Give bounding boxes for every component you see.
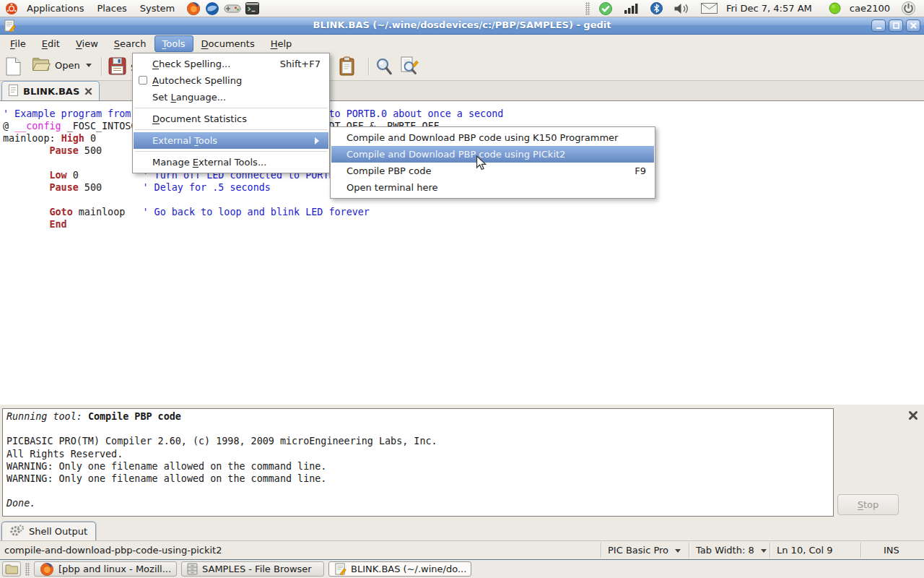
submenu-item-open-terminal-here[interactable]: Open terminal here [331, 179, 654, 196]
panel-menus: ApplicationsPlacesSystem [20, 1, 181, 15]
terminal-icon[interactable] [245, 2, 259, 14]
shell-output-view[interactable]: Running tool: Compile PBP codePICBASIC P… [2, 408, 834, 517]
menu-item-label: Set Language... [152, 92, 226, 103]
close-button[interactable] [906, 20, 920, 32]
tab-close-icon[interactable] [84, 87, 92, 95]
menu-separator [135, 108, 327, 108]
presence-available-icon[interactable] [598, 1, 613, 16]
close-pane-icon[interactable] [908, 410, 918, 423]
panel-menu-applications[interactable]: Applications [20, 1, 90, 15]
output-line [6, 485, 829, 497]
bottom-pane: Running tool: Compile PBP codePICBASIC P… [0, 405, 924, 540]
firefox-icon [40, 562, 54, 577]
mail-icon[interactable] [701, 3, 718, 14]
menubar-item-search[interactable]: Search [106, 35, 154, 52]
menu-separator [135, 151, 327, 152]
menu-item-autocheck-spelling[interactable]: Autocheck Spelling [134, 72, 328, 89]
statusbar-message: compile-and-download-pbp-code-using-pick… [4, 545, 222, 556]
power-icon[interactable] [901, 1, 916, 16]
output-line: All Rights Reserved. [6, 448, 829, 460]
menubar-item-documents[interactable]: Documents [193, 35, 263, 52]
stop-button[interactable]: Stop [837, 494, 899, 515]
panel-tray [596, 1, 720, 16]
panel-launchers [184, 1, 261, 16]
menu-item-set-language[interactable]: Set Language... [134, 89, 328, 105]
chevron-down-icon [86, 64, 92, 70]
window-controls [871, 20, 920, 32]
panel-username[interactable]: cae2100 [850, 3, 890, 14]
chevron-down-icon [761, 549, 767, 556]
menu-item-accel: F9 [617, 165, 646, 176]
tab-shell-output[interactable]: Shell Output [1, 522, 96, 540]
menu-separator [135, 129, 327, 130]
code-line: End [3, 218, 924, 230]
game-controller-icon[interactable] [224, 3, 241, 14]
menubar-item-edit[interactable]: Edit [34, 35, 68, 52]
menubar-item-tools[interactable]: Tools [154, 35, 193, 52]
menu-item-label: Compile PBP code [346, 165, 431, 176]
open-button[interactable]: Open [32, 56, 92, 74]
code-line: Goto mainloop ' Go back to loop and blin… [3, 206, 924, 218]
paste-clipboard-icon [339, 56, 354, 78]
menu-item-external-tools[interactable]: External Tools [134, 132, 328, 149]
minimize-button[interactable] [871, 20, 886, 32]
menubar-item-help[interactable]: Help [263, 35, 300, 52]
checkbox-icon [139, 76, 147, 85]
volume-icon[interactable] [674, 2, 690, 15]
gedit-icon [334, 563, 346, 575]
ubuntu-logo-icon[interactable] [5, 2, 18, 15]
submenu-item-compile-pbp-code[interactable]: Compile PBP codeF9 [331, 163, 654, 179]
find-icon [375, 57, 393, 79]
maximize-button[interactable] [889, 20, 903, 32]
overwrite-mode-label: INS [884, 545, 899, 556]
file-browser-icon [187, 563, 198, 575]
menubar: FileEditViewSearchToolsDocumentsHelp [0, 35, 924, 53]
thunderbird-icon[interactable] [205, 1, 219, 16]
shell-output-tab-label: Shell Output [29, 526, 87, 537]
language-selector[interactable]: PIC Basic Pro [601, 543, 702, 558]
cursor-position-label: Ln 10, Col 9 [777, 545, 832, 556]
new-document-button[interactable] [6, 57, 21, 78]
titlebar[interactable]: BLINK.BAS (~/.wine/dosdevices/c:/PBP/SAM… [0, 17, 924, 35]
chevron-down-icon [675, 549, 681, 556]
overwrite-mode: INS [860, 543, 924, 558]
find-replace-icon [400, 56, 419, 78]
folder-icon[interactable] [2, 561, 21, 577]
menu-item-document-statistics[interactable]: Document Statistics [134, 111, 328, 127]
open-button-label: Open [55, 60, 80, 71]
menubar-item-file[interactable]: File [2, 35, 34, 52]
panel-menu-places[interactable]: Places [90, 1, 133, 15]
panel-menu-system[interactable]: System [134, 1, 181, 15]
firefox-icon[interactable] [186, 1, 201, 16]
find-button[interactable] [375, 57, 393, 79]
taskbar-button[interactable]: [pbp and linux - Mozill... [34, 561, 177, 577]
menu-item-manage-external-tools[interactable]: Manage External Tools... [134, 154, 328, 171]
taskbar-drag-handle[interactable] [25, 563, 30, 576]
output-line: Done. [6, 497, 829, 509]
tab-width-label: Tab Width: 8 [696, 545, 754, 556]
panel-left: ApplicationsPlacesSystem [0, 1, 261, 16]
bluetooth-icon[interactable] [650, 2, 663, 14]
signal-strength-icon[interactable] [624, 3, 640, 14]
taskbar-button-label: [pbp and linux - Mozill... [58, 564, 171, 574]
menu-item-check-spelling[interactable]: Check Spelling...Shift+F7 [134, 56, 328, 72]
task-buttons: [pbp and linux - Mozill...SAMPLES - File… [34, 561, 471, 577]
taskbar: [pbp and linux - Mozill...SAMPLES - File… [0, 559, 924, 578]
submenu-item-compile-and-download-pbp-code-using-k150-programmer[interactable]: Compile and Download PBP code using K150… [331, 129, 654, 146]
output-line: WARNING: Only one filename allowed on th… [6, 473, 829, 485]
menu-item-accel: Shift+F7 [263, 59, 321, 69]
taskbar-button[interactable]: BLINK.BAS (~/.wine/do... [328, 561, 471, 577]
gears-icon [10, 525, 24, 539]
tab-blink-bas[interactable]: BLINK.BAS [1, 81, 100, 100]
paste-button[interactable] [339, 56, 354, 78]
submenu-item-compile-and-download-pbp-code-using-pickit2[interactable]: Compile and Download PBP code using PICk… [331, 146, 654, 163]
menu-item-label: Manage External Tools... [152, 157, 266, 168]
toolbar-separator [101, 57, 102, 76]
new-document-icon [6, 57, 21, 78]
menu-item-label: External Tools [152, 135, 217, 146]
panel-drag-handle[interactable] [585, 2, 590, 15]
find-replace-button[interactable] [400, 56, 419, 78]
menubar-item-view[interactable]: View [68, 35, 106, 52]
taskbar-button[interactable]: SAMPLES - File Browser [181, 561, 324, 577]
panel-clock[interactable]: Fri Dec 7, 4:57 AM [726, 3, 812, 14]
